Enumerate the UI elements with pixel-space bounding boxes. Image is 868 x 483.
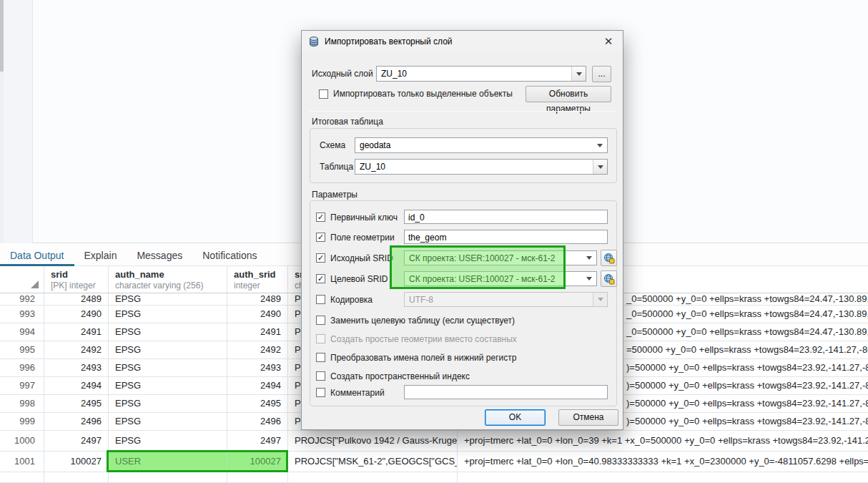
cell-auth-srid[interactable]: 2494 [227, 377, 288, 395]
column-header-auth-name[interactable]: auth_name character varying (256) [109, 266, 227, 293]
cell-auth-name[interactable]: EPSG [109, 413, 227, 431]
select-all-corner[interactable] [0, 266, 44, 293]
cell-srtext[interactable]: PROJCS["MSK_61-2",GEOGCS["GCS_Pulko... [288, 452, 458, 472]
column-header-auth-srid[interactable]: auth_srid integer [227, 266, 288, 293]
cell-srid[interactable]: 2490 [44, 306, 109, 323]
column-header-srid[interactable]: srid [PK] integer [44, 266, 109, 293]
cell-auth-name[interactable]: EPSG [109, 306, 227, 323]
row-number[interactable]: 995 [0, 341, 44, 359]
cell-srtext[interactable]: PROJCS["Pulkovo 1942 / Gauss-Kruger C... [288, 431, 458, 452]
target-srid-label: Целевой SRID [330, 271, 388, 287]
database-icon [308, 36, 320, 47]
dialog-title: Импортировать векторный слой [325, 36, 453, 47]
cell-auth-name[interactable]: EPSG [109, 341, 227, 359]
primary-key-label: Первичный ключ [330, 210, 398, 225]
row-number[interactable]: 994 [0, 323, 44, 341]
source-layer-select[interactable]: ZU_10 [376, 66, 586, 82]
row-number[interactable]: 1001 [0, 452, 44, 472]
output-table-group: Схема geodata Таблица ZU_10 [310, 128, 617, 183]
tab-messages[interactable]: Messages [127, 244, 192, 266]
geometry-field-checkbox[interactable]: ✓ [316, 233, 325, 242]
source-layer-value: ZU_10 [377, 67, 571, 81]
cell-auth-name[interactable]: EPSG [109, 359, 227, 377]
cell-proj4text[interactable]: +proj=tmerc +lat_0=0 +lon_0=40.983333333… [458, 452, 868, 472]
row-number [0, 472, 44, 483]
chevron-down-icon[interactable] [571, 67, 586, 81]
cell-auth-name[interactable]: EPSG [109, 377, 227, 395]
table-select[interactable]: ZU_10 [355, 159, 608, 175]
cell-auth-name[interactable]: EPSG [109, 431, 227, 452]
globe-crs-icon [603, 273, 615, 285]
cancel-button[interactable]: Отмена [558, 409, 618, 426]
output-table-group-label: Итоговая таблица [312, 114, 383, 130]
comment-input[interactable] [404, 385, 608, 399]
encoding-checkbox[interactable] [316, 295, 325, 304]
row-number[interactable]: 996 [0, 359, 44, 377]
editor-scrollbar-thumb[interactable] [0, 0, 4, 72]
source-srid-checkbox[interactable]: ✓ [316, 253, 325, 263]
cell-auth-srid[interactable]: 2497 [227, 431, 288, 452]
cell-srid[interactable]: 2497 [44, 431, 109, 452]
encoding-select: UTF-8 [404, 292, 608, 307]
encoding-value: UTF-8 [405, 293, 593, 307]
chevron-down-icon [593, 293, 607, 306]
schema-select[interactable]: geodata [355, 137, 608, 153]
cell-auth-srid [227, 472, 288, 483]
lowercase-fields-checkbox[interactable] [316, 353, 325, 362]
cell-srid[interactable]: 2491 [44, 323, 109, 341]
tab-notifications[interactable]: Notifications [192, 244, 267, 266]
comment-checkbox[interactable] [316, 388, 325, 397]
primary-key-checkbox[interactable]: ✓ [316, 213, 325, 222]
update-params-button[interactable]: Обновить параметры [526, 86, 611, 102]
comment-label: Комментарий [330, 385, 385, 401]
cell-auth-srid[interactable]: 2489 [227, 293, 288, 306]
primary-key-input[interactable]: id_0 [404, 210, 608, 224]
geometry-field-label: Поле геометрии [330, 230, 395, 245]
source-srid-picker-button[interactable] [601, 250, 617, 266]
spatial-index-label: Создать пространственный индекс [330, 369, 470, 384]
chevron-down-icon[interactable] [582, 272, 596, 286]
ok-button[interactable]: OK [485, 409, 546, 426]
cell-srid[interactable]: 2493 [44, 359, 109, 377]
row-number[interactable]: 1000 [0, 431, 44, 452]
schema-value: geodata [355, 138, 593, 152]
browse-button[interactable]: ... [592, 66, 611, 82]
cell-proj4text[interactable]: +proj=tmerc +lat_0=0 +lon_0=39 +k=1 +x_0… [458, 431, 868, 452]
cell-srid[interactable]: 2496 [44, 413, 109, 431]
replace-table-checkbox[interactable] [316, 316, 325, 325]
target-srid-checkbox[interactable]: ✓ [316, 274, 325, 283]
cell-auth-name[interactable]: EPSG [109, 293, 227, 306]
dialog-titlebar[interactable]: Импортировать векторный слой ✕ [302, 31, 623, 52]
cell-auth-srid[interactable]: 2490 [227, 306, 288, 323]
cell-srid[interactable]: 2494 [44, 377, 109, 395]
row-number[interactable]: 999 [0, 413, 44, 431]
chevron-down-icon[interactable] [582, 251, 596, 265]
cell-srid[interactable]: 2492 [44, 341, 109, 359]
row-number[interactable]: 998 [0, 395, 44, 413]
row-number[interactable]: 993 [0, 306, 44, 323]
cell-srid[interactable]: 2495 [44, 395, 109, 413]
import-selected-checkbox[interactable] [319, 89, 328, 99]
cell-srid[interactable]: 2489 [44, 293, 109, 306]
row-number[interactable]: 997 [0, 377, 44, 395]
cell-auth-name[interactable]: EPSG [109, 323, 227, 341]
tab-data-output[interactable]: Data Output [0, 244, 74, 266]
chevron-down-icon[interactable] [593, 160, 607, 174]
cell-auth-srid[interactable]: 2493 [227, 359, 288, 377]
cell-auth-srid[interactable]: 2492 [227, 341, 288, 359]
chevron-down-icon[interactable] [593, 138, 607, 152]
spatial-index-checkbox[interactable] [316, 371, 325, 381]
cell-auth-srid[interactable]: 2495 [227, 395, 288, 413]
tab-explain[interactable]: Explain [74, 244, 127, 266]
cell-auth-srid[interactable]: 2496 [227, 413, 288, 431]
options-group: ✓ Первичный ключ id_0 ✓ Поле геометрии t… [310, 200, 617, 406]
cell-auth-srid[interactable]: 2491 [227, 323, 288, 341]
close-icon[interactable]: ✕ [601, 34, 616, 49]
table-row: 1000 2497 EPSG 2497 PROJCS["Pulkovo 1942… [0, 431, 868, 452]
editor-scrollbar-track[interactable] [0, 0, 4, 243]
geometry-field-input[interactable]: the_geom [404, 230, 608, 244]
row-number[interactable]: 992 [0, 293, 44, 306]
cell-srid[interactable]: 100027 [44, 452, 109, 472]
cell-auth-name[interactable]: EPSG [109, 395, 227, 413]
target-srid-picker-button[interactable] [601, 270, 617, 287]
